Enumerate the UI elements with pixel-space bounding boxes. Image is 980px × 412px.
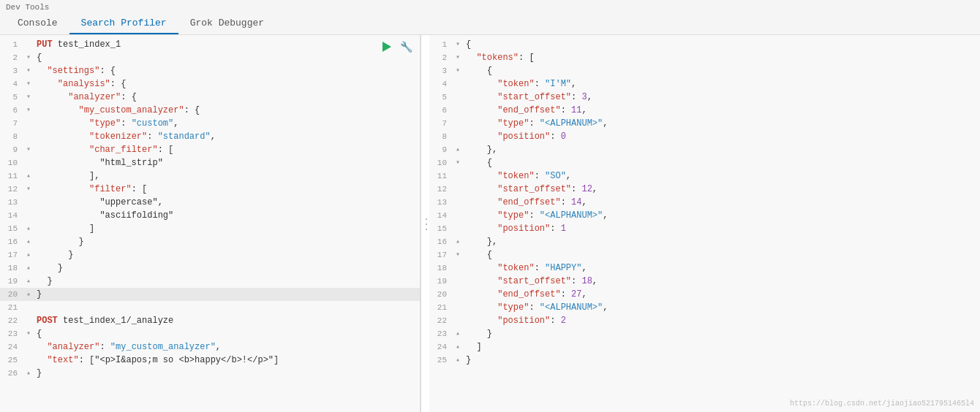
line-gutter: ▴ — [453, 354, 463, 367]
code-line: 4 "token": "I'M", — [429, 77, 980, 91]
line-number: 2 — [429, 51, 453, 64]
code-line: 3▾ "settings": { — [0, 64, 420, 77]
line-content: "type": "<ALPHANUM>", — [463, 117, 980, 130]
code-line: 14 "type": "<ALPHANUM>", — [429, 209, 980, 222]
line-gutter: ▴ — [23, 367, 34, 380]
line-content: "asciifolding" — [34, 209, 420, 222]
settings-button[interactable]: 🔧 — [399, 39, 414, 54]
line-number: 6 — [429, 104, 453, 117]
line-content: } — [34, 367, 420, 380]
line-content: "html_strip" — [34, 156, 420, 169]
code-line: 4▾ "analysis": { — [0, 77, 420, 91]
line-gutter: ▴ — [23, 288, 34, 301]
right-editor-panel: 1▾{2▾ "tokens": [3▾ {4 "token": "I'M",5 … — [429, 35, 980, 412]
line-content: "token": "I'M", — [463, 77, 980, 91]
line-content: } — [463, 354, 980, 367]
line-gutter: ▾ — [23, 104, 34, 117]
line-content: "analyzer": "my_custom_analyzer", — [34, 340, 420, 354]
line-number: 5 — [0, 91, 23, 104]
code-line: 25 "text": ["<p>I&apos;m so <b>happy</b>… — [0, 354, 420, 367]
line-number: 9 — [0, 143, 23, 156]
line-number: 15 — [0, 222, 23, 235]
right-code-area[interactable]: 1▾{2▾ "tokens": [3▾ {4 "token": "I'M",5 … — [429, 35, 980, 412]
line-number: 10 — [0, 156, 23, 169]
line-number: 13 — [0, 196, 23, 209]
line-number: 11 — [429, 169, 453, 183]
line-gutter: ▾ — [453, 64, 463, 77]
code-line: 13 "end_offset": 14, — [429, 196, 980, 209]
code-line: 11 "token": "SO", — [429, 169, 980, 183]
line-gutter: ▾ — [453, 248, 463, 262]
line-content: "filter": [ — [34, 183, 420, 196]
code-line: 11▴ ], — [0, 169, 420, 183]
line-content: "end_offset": 14, — [463, 196, 980, 209]
tab-console[interactable]: Console — [6, 13, 69, 34]
code-line: 7 "type": "<ALPHANUM>", — [429, 117, 980, 130]
tab-search-profiler[interactable]: Search Profiler — [69, 13, 178, 34]
code-line: 26▴} — [0, 367, 420, 380]
code-line: 20 "end_offset": 27, — [429, 288, 980, 301]
line-content: } — [34, 262, 420, 275]
code-line: 7 "type": "custom", — [0, 117, 420, 130]
line-number: 26 — [0, 367, 23, 380]
line-number: 9 — [429, 143, 453, 156]
line-number: 23 — [429, 327, 453, 340]
code-line: 24▴ ] — [429, 340, 980, 354]
line-content: "my_custom_analyzer": { — [34, 104, 420, 117]
line-number: 24 — [429, 340, 453, 354]
code-line: 10▾ { — [429, 156, 980, 169]
line-number: 12 — [0, 183, 23, 196]
line-number: 20 — [429, 288, 453, 301]
code-line: 6 "end_offset": 11, — [429, 104, 980, 117]
code-line: 15▴ ] — [0, 222, 420, 235]
line-number: 1 — [429, 38, 453, 51]
line-content: "position": 2 — [463, 314, 980, 327]
code-line: 2▾ "tokens": [ — [429, 51, 980, 64]
code-line: 17▾ { — [429, 248, 980, 262]
line-content: "tokenizer": "standard", — [34, 130, 420, 143]
line-number: 4 — [0, 77, 23, 91]
line-number: 8 — [0, 130, 23, 143]
line-number: 17 — [0, 248, 23, 262]
code-line: 9▾ "char_filter": [ — [0, 143, 420, 156]
line-gutter: ▴ — [23, 222, 34, 235]
code-line: 5▾ "analyzer": { — [0, 91, 420, 104]
code-line: 23▾{ — [0, 327, 420, 340]
code-line: 17▴ } — [0, 248, 420, 262]
line-number: 7 — [0, 117, 23, 130]
panel-divider: ⋮ — [421, 35, 429, 412]
line-number: 22 — [0, 314, 23, 327]
code-line: 22 "position": 2 — [429, 314, 980, 327]
code-line: 19 "start_offset": 18, — [429, 275, 980, 288]
line-number: 4 — [429, 77, 453, 91]
line-content: "end_offset": 27, — [463, 288, 980, 301]
play-icon — [382, 42, 391, 52]
main-content: 🔧 1PUT test_index_12▾{3▾ "settings": {4▾… — [0, 35, 980, 412]
line-content: ] — [34, 222, 420, 235]
line-number: 21 — [0, 301, 23, 314]
line-gutter: ▾ — [23, 327, 34, 340]
line-content: "analyzer": { — [34, 91, 420, 104]
line-content: "text": ["<p>I&apos;m so <b>happy</b>!</… — [34, 354, 420, 367]
line-number: 11 — [0, 169, 23, 183]
line-content: "end_offset": 11, — [463, 104, 980, 117]
code-line: 23▴ } — [429, 327, 980, 340]
line-gutter: ▾ — [23, 91, 34, 104]
line-number: 19 — [0, 275, 23, 288]
left-code-area[interactable]: 1PUT test_index_12▾{3▾ "settings": {4▾ "… — [0, 35, 420, 412]
code-line: 18 "token": "HAPPY", — [429, 262, 980, 275]
code-line: 18▴ } — [0, 262, 420, 275]
line-content: "analysis": { — [34, 77, 420, 91]
line-content: } — [34, 288, 420, 301]
run-button[interactable] — [381, 39, 393, 54]
line-content: "position": 0 — [463, 130, 980, 143]
line-content: } — [34, 275, 420, 288]
line-content: "tokens": [ — [463, 51, 980, 64]
line-content: "start_offset": 12, — [463, 183, 980, 196]
line-content: "token": "HAPPY", — [463, 262, 980, 275]
line-content: { — [463, 38, 980, 51]
code-line: 21 "type": "<ALPHANUM>", — [429, 301, 980, 314]
code-line: 20▴} — [0, 288, 420, 301]
line-number: 21 — [429, 301, 453, 314]
tab-grok-debugger[interactable]: Grok Debugger — [178, 13, 276, 34]
